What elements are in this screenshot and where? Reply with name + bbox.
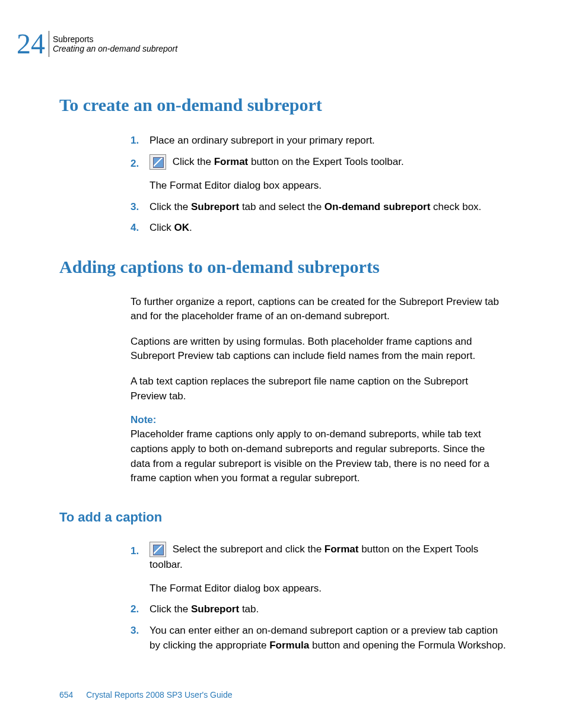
step-4: 4. Click OK. bbox=[131, 220, 507, 236]
header-divider bbox=[49, 31, 49, 57]
step-text-part: . bbox=[189, 222, 192, 233]
step-text-part: tab and select the bbox=[239, 201, 325, 212]
paragraph: A tab text caption replaces the subrepor… bbox=[131, 374, 507, 403]
step-1: 1. Place an ordinary subreport in your p… bbox=[131, 133, 507, 148]
step-2: 2. Click the Subreport tab. bbox=[131, 602, 507, 617]
page-footer: 654 Crystal Reports 2008 SP3 User's Guid… bbox=[59, 690, 232, 700]
step-1: 1. Select the subreport and click the Fo… bbox=[131, 542, 507, 596]
step-3: 3. Click the Subreport tab and select th… bbox=[131, 199, 507, 215]
format-icon bbox=[150, 154, 166, 170]
step-number: 3. bbox=[131, 623, 139, 638]
step-text-part: tab. bbox=[239, 603, 259, 615]
step-number: 2. bbox=[131, 602, 139, 617]
step-text-part: Select the subreport and click the bbox=[170, 543, 325, 555]
heading-adding-captions: Adding captions to on-demand subreports bbox=[59, 257, 507, 277]
step-bold: On-demand subreport bbox=[325, 201, 431, 212]
heading-add-caption: To add a caption bbox=[59, 510, 507, 525]
chapter-number: 24 bbox=[17, 30, 45, 58]
header-section-title: Creating an on-demand subreport bbox=[53, 44, 177, 53]
section-body: To further organize a report, captions c… bbox=[131, 295, 507, 486]
step-bold: OK bbox=[174, 222, 190, 233]
step-bold: Subreport bbox=[191, 603, 239, 615]
header-text-block: Subreports Creating an on-demand subrepo… bbox=[53, 34, 177, 53]
step-bold: Format bbox=[214, 156, 249, 167]
steps-create-subreport: 1. Place an ordinary subreport in your p… bbox=[131, 133, 507, 236]
step-text-part: button on the Expert Tools toolbar. bbox=[248, 156, 403, 167]
header-chapter-title: Subreports bbox=[53, 34, 177, 44]
step-followup: The Format Editor dialog box appears. bbox=[150, 581, 507, 596]
doc-title: Crystal Reports 2008 SP3 User's Guide bbox=[86, 690, 232, 700]
step-number: 4. bbox=[131, 220, 139, 236]
step-3: 3. You can enter either an on-demand sub… bbox=[131, 623, 507, 653]
step-text-part: Click the bbox=[170, 156, 214, 167]
step-number: 1. bbox=[131, 133, 139, 148]
step-text-part: button and opening the Formula Workshop. bbox=[309, 640, 505, 651]
step-text-part: Click bbox=[150, 222, 174, 233]
heading-create-subreport: To create an on-demand subreport bbox=[59, 95, 507, 115]
step-2: 2. Click the Format button on the Expert… bbox=[131, 154, 507, 193]
step-text-part: Click the bbox=[150, 201, 191, 212]
step-number: 3. bbox=[131, 199, 139, 215]
step-text: Place an ordinary subreport in your prim… bbox=[150, 135, 375, 146]
step-bold: Formula bbox=[269, 640, 309, 651]
step-text-part: Click the bbox=[150, 603, 191, 615]
paragraph: Captions are written by using formulas. … bbox=[131, 335, 507, 364]
page-number: 654 bbox=[59, 690, 73, 700]
steps-add-caption: 1. Select the subreport and click the Fo… bbox=[131, 542, 507, 653]
note-text: Placeholder frame captions only apply to… bbox=[131, 427, 507, 486]
step-bold: Subreport bbox=[191, 201, 239, 212]
step-number: 2. bbox=[131, 156, 139, 171]
step-number: 1. bbox=[131, 543, 139, 559]
format-icon bbox=[150, 542, 166, 557]
page-content: To create an on-demand subreport 1. Plac… bbox=[59, 95, 507, 667]
page-header: 24 Subreports Creating an on-demand subr… bbox=[17, 30, 177, 58]
step-text-part: check box. bbox=[430, 201, 481, 212]
step-followup: The Format Editor dialog box appears. bbox=[150, 178, 507, 193]
step-bold: Format bbox=[325, 543, 359, 555]
note-label: Note: bbox=[131, 414, 507, 426]
paragraph: To further organize a report, captions c… bbox=[131, 295, 507, 324]
